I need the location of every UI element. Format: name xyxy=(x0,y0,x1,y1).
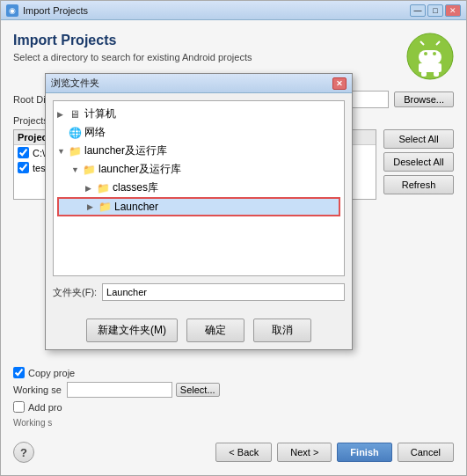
new-folder-button[interactable]: 新建文件夹(M) xyxy=(86,319,178,342)
folder-child-icon: 📁 xyxy=(82,164,96,176)
maximize-button[interactable]: □ xyxy=(427,4,443,17)
file-name-input[interactable] xyxy=(102,283,345,301)
finish-button[interactable]: Finish xyxy=(337,443,391,462)
cancel-button[interactable]: Cancel xyxy=(398,443,454,462)
tree-arrow-launcher-selected[interactable]: ▶ xyxy=(87,202,98,211)
browse-button[interactable]: Browse... xyxy=(394,92,454,107)
svg-point-2 xyxy=(424,52,427,55)
copy-projects-checkbox[interactable] xyxy=(13,367,25,378)
overlay-buttons: 新建文件夹(M) 确定 取消 xyxy=(46,315,352,349)
main-content: Import Projects Select a directory to se… xyxy=(1,20,466,475)
file-cancel-button[interactable]: 取消 xyxy=(253,319,311,342)
android-logo xyxy=(406,33,454,80)
ok-button[interactable]: 确定 xyxy=(186,319,244,342)
file-name-label: 文件夹(F): xyxy=(53,286,97,299)
back-button[interactable]: < Back xyxy=(215,443,272,462)
close-button[interactable]: ✕ xyxy=(445,4,461,17)
help-area: ? xyxy=(13,442,210,463)
folder-root-icon: 📁 xyxy=(68,145,82,157)
working-set-input[interactable] xyxy=(67,382,172,398)
minimize-button[interactable]: — xyxy=(410,4,426,17)
computer-icon: 🖥 xyxy=(68,108,82,121)
options-section: Copy proje Working se Select... Add pro … xyxy=(13,367,454,435)
tree-label-network: 网络 xyxy=(84,125,106,140)
title-bar: ◉ Import Projects — □ ✕ xyxy=(1,1,466,20)
file-browser-close-button[interactable]: ✕ xyxy=(332,77,347,90)
select-button[interactable]: Select... xyxy=(176,383,220,397)
file-tree[interactable]: ▶ 🖥 计算机 ◉ 🌐 网络 ▼ 📁 xyxy=(53,100,345,276)
tree-label-launcher-selected: Launcher xyxy=(114,201,158,213)
file-browser-content: ▶ 🖥 计算机 ◉ 🌐 网络 ▼ 📁 xyxy=(46,93,352,315)
app-icon: ◉ xyxy=(6,4,18,17)
window-controls: — □ ✕ xyxy=(410,4,461,17)
svg-rect-6 xyxy=(419,63,441,72)
dialog-subtitle: Select a directory to search for existin… xyxy=(13,52,398,62)
bottom-buttons: ? < Back Next > Finish Cancel xyxy=(13,442,454,463)
help-button[interactable]: ? xyxy=(13,442,34,463)
working-status: Working s xyxy=(13,418,52,428)
copy-projects-label: Copy proje xyxy=(28,368,75,378)
file-browser-title-bar: 浏览文件夹 ✕ xyxy=(46,74,352,93)
add-projects-label: Add pro xyxy=(28,402,62,413)
project-checkbox-2[interactable] xyxy=(18,162,29,173)
tree-label-classes: classes库 xyxy=(113,180,158,195)
file-browser-dialog: 浏览文件夹 ✕ ▶ 🖥 计算机 ◉ 🌐 xyxy=(45,73,353,350)
tree-arrow-classes[interactable]: ▶ xyxy=(85,184,96,193)
svg-rect-1 xyxy=(419,50,441,64)
add-projects-row: Add pro xyxy=(13,401,454,413)
refresh-button[interactable]: Refresh xyxy=(383,175,454,194)
folder-launcher-icon: 📁 xyxy=(98,201,112,213)
working-set-row: Working se Select... xyxy=(13,382,454,398)
tree-label-computer: 计算机 xyxy=(84,106,116,121)
tree-arrow-computer[interactable]: ▶ xyxy=(57,110,68,119)
tree-item-classes[interactable]: ▶ 📁 classes库 xyxy=(57,179,340,197)
window-title: Import Projects xyxy=(23,5,410,16)
select-all-button[interactable]: Select All xyxy=(383,129,454,149)
tree-label-launcher-root: launcher及运行库 xyxy=(84,143,167,158)
tree-item-network[interactable]: ◉ 🌐 网络 xyxy=(57,123,340,142)
next-button[interactable]: Next > xyxy=(277,443,332,462)
tree-item-computer[interactable]: ▶ 🖥 计算机 xyxy=(57,105,340,123)
tree-item-launcher-child[interactable]: ▼ 📁 launcher及运行库 xyxy=(57,160,340,179)
file-browser-title: 浏览文件夹 xyxy=(51,77,332,90)
project-checkbox-1[interactable] xyxy=(18,147,29,158)
dialog-title-area: Import Projects Select a directory to se… xyxy=(13,33,398,62)
projects-buttons: Select All Deselect All Refresh xyxy=(383,129,454,200)
tree-arrow-launcher-child[interactable]: ▼ xyxy=(71,165,82,174)
tree-arrow-launcher-root[interactable]: ▼ xyxy=(57,147,68,156)
tree-arrow-network[interactable]: ◉ xyxy=(57,128,68,137)
working-set-label: Working se xyxy=(13,384,62,395)
tree-item-launcher-selected[interactable]: ▶ 📁 Launcher xyxy=(57,197,340,216)
copy-projects-row: Copy proje xyxy=(13,367,454,378)
network-icon: 🌐 xyxy=(68,127,82,139)
main-window: ◉ Import Projects — □ ✕ Import Projects … xyxy=(0,0,467,476)
file-name-row: 文件夹(F): xyxy=(53,283,345,301)
svg-point-3 xyxy=(433,52,436,55)
folder-classes-icon: 📁 xyxy=(96,182,110,194)
svg-rect-8 xyxy=(434,71,439,77)
tree-item-launcher-root[interactable]: ▼ 📁 launcher及运行库 xyxy=(57,142,340,160)
dialog-title: Import Projects xyxy=(13,33,398,48)
svg-rect-7 xyxy=(421,71,427,77)
deselect-all-button[interactable]: Deselect All xyxy=(383,152,454,172)
add-projects-checkbox[interactable] xyxy=(13,401,25,413)
status-bar: Working s xyxy=(13,416,454,429)
tree-label-launcher-child: launcher及运行库 xyxy=(99,162,181,177)
